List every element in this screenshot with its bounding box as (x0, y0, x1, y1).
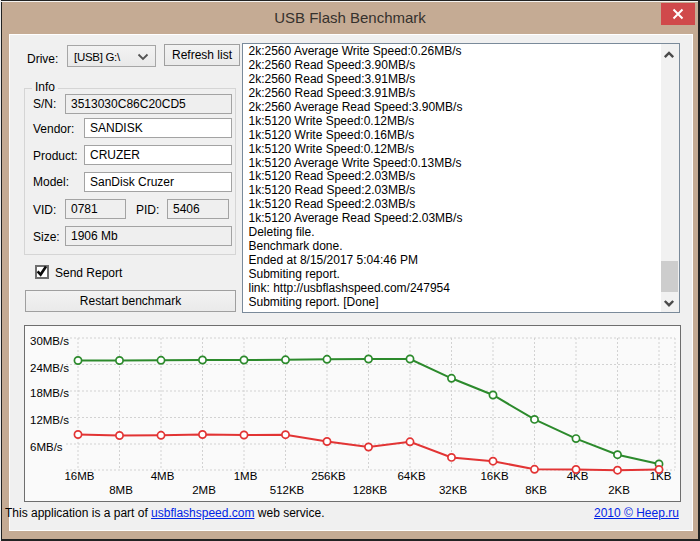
svg-text:16MB: 16MB (64, 470, 94, 482)
svg-text:1MB: 1MB (234, 470, 258, 482)
svg-text:2MB: 2MB (192, 484, 216, 496)
svg-text:32KB: 32KB (439, 484, 467, 496)
svg-text:256KB: 256KB (311, 470, 346, 482)
svg-text:12MB/s: 12MB/s (30, 414, 69, 426)
svg-text:18MB/s: 18MB/s (30, 387, 69, 399)
svg-text:128KB: 128KB (353, 484, 388, 496)
svg-text:2KB: 2KB (608, 484, 630, 496)
svg-text:24MB/s: 24MB/s (30, 362, 69, 374)
svg-text:64KB: 64KB (397, 470, 425, 482)
svg-text:8KB: 8KB (525, 484, 547, 496)
svg-text:4MB: 4MB (151, 470, 175, 482)
svg-text:6MB/s: 6MB/s (30, 441, 63, 453)
svg-text:30MB/s: 30MB/s (30, 335, 69, 347)
svg-text:512KB: 512KB (270, 484, 305, 496)
svg-text:16KB: 16KB (480, 470, 508, 482)
svg-text:8MB: 8MB (109, 484, 133, 496)
